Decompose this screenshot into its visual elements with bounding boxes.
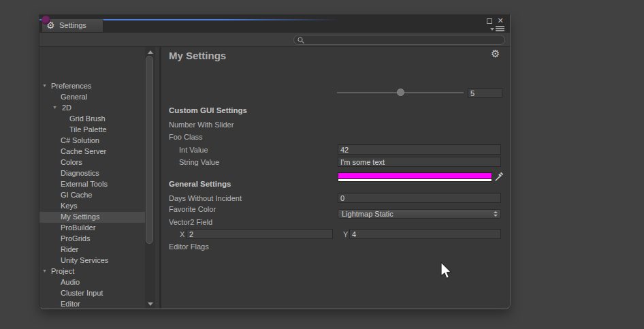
favorite-color-label: Favorite Color xyxy=(169,205,216,213)
sidebar-item-audio[interactable]: Audio xyxy=(39,277,145,288)
preferences-badge-icon xyxy=(42,16,50,25)
int-value-field[interactable] xyxy=(338,144,501,155)
caret-down-icon xyxy=(490,28,494,31)
vector2-y-field[interactable] xyxy=(349,229,501,239)
tab-settings[interactable]: ⚙ Settings xyxy=(42,19,103,33)
sidebar-item-rider[interactable]: Rider xyxy=(39,245,145,255)
sidebar-item-gi-cache[interactable]: GI Cache xyxy=(39,190,145,201)
sidebar-item-editor[interactable]: Editor xyxy=(39,299,145,309)
expand-triangle-icon[interactable]: ▼ xyxy=(42,83,47,88)
section-general-settings: General Settings xyxy=(169,180,231,188)
sidebar-item-csharp-solution[interactable]: C# Solution xyxy=(39,136,145,146)
scroll-down-icon[interactable] xyxy=(148,302,153,306)
days-label: Days Without Incident xyxy=(169,194,242,202)
scroll-up-icon[interactable] xyxy=(148,50,153,54)
days-field[interactable] xyxy=(338,193,501,203)
sidebar-item-grid-brush[interactable]: Grid Brush xyxy=(39,114,145,125)
sidebar-item-preferences[interactable]: ▼ Preferences xyxy=(39,81,145,92)
title-bar[interactable]: ⚙ Settings ✕ xyxy=(39,15,510,33)
settings-tree: ▼ Preferences General ▼ 2D Grid Brush Ti… xyxy=(39,47,159,309)
gear-icon[interactable]: ⚙ xyxy=(491,48,500,60)
vector2-x-label: X xyxy=(180,230,184,238)
sidebar-item-2d[interactable]: ▼ 2D xyxy=(39,103,145,114)
string-value-field[interactable] xyxy=(338,157,501,167)
desktop: { "window": { "tab_title": "Settings", "… xyxy=(0,0,644,329)
hamburger-icon xyxy=(496,26,504,32)
sidebar-item-cache-server[interactable]: Cache Server xyxy=(39,146,145,157)
expand-triangle-icon[interactable]: ▼ xyxy=(42,268,47,273)
sidebar-scrollbar[interactable] xyxy=(145,47,155,309)
vector2-label: Vector2 Field xyxy=(169,218,212,226)
editor-flags-dropdown[interactable]: Lightmap Static xyxy=(338,209,501,219)
dropdown-arrows-icon xyxy=(494,211,498,217)
maximize-icon[interactable] xyxy=(487,18,492,24)
scrollbar-thumb[interactable] xyxy=(146,56,153,244)
search-bar[interactable] xyxy=(293,35,505,45)
sidebar-item-keys[interactable]: Keys xyxy=(39,201,145,212)
expand-triangle-icon[interactable]: ▼ xyxy=(52,105,57,110)
vector2-x-field[interactable] xyxy=(187,229,333,239)
close-icon[interactable]: ✕ xyxy=(496,16,505,25)
color-swatch-alpha-bar xyxy=(338,178,492,181)
sidebar-item-external-tools[interactable]: External Tools xyxy=(39,179,145,190)
sidebar-item-my-settings[interactable]: My Settings xyxy=(39,212,145,223)
search-input[interactable] xyxy=(306,35,500,44)
dropdown-selected-value: Lightmap Static xyxy=(342,210,393,218)
number-slider-knob[interactable] xyxy=(397,89,404,96)
sidebar-item-tile-palette[interactable]: Tile Palette xyxy=(39,125,145,136)
settings-panel: My Settings ⚙ Custom GUI Settings Number… xyxy=(161,47,510,309)
slider-label: Number With Slider xyxy=(169,121,234,129)
toolbar xyxy=(39,33,510,47)
slider-value-field[interactable] xyxy=(468,88,502,98)
sidebar-item-colors[interactable]: Colors xyxy=(39,157,145,168)
sidebar-item-cluster-input[interactable]: Cluster Input xyxy=(39,288,145,299)
tab-title: Settings xyxy=(59,21,86,29)
search-icon xyxy=(297,37,305,44)
sidebar-item-unity-services[interactable]: Unity Services xyxy=(39,255,145,266)
color-field[interactable] xyxy=(338,172,492,182)
int-value-label: Int Value xyxy=(179,146,208,154)
sidebar-item-probuilder[interactable]: ProBuilder xyxy=(39,223,145,234)
sidebar-item-diagnostics[interactable]: Diagnostics xyxy=(39,168,145,179)
editor-flags-label: Editor Flags xyxy=(169,242,209,251)
sidebar-item-general[interactable]: General xyxy=(39,92,145,103)
window-menu-icon[interactable] xyxy=(490,26,505,32)
foo-class-label: Foo Class xyxy=(169,133,203,141)
sidebar-item-progrids[interactable]: ProGrids xyxy=(39,234,145,245)
section-custom-gui-settings: Custom GUI Settings xyxy=(169,106,247,114)
settings-window: ⚙ Settings ✕ ▼ Preferences General ▼ xyxy=(39,14,511,309)
sidebar-item-project[interactable]: ▼ Project xyxy=(39,266,145,277)
page-title: My Settings xyxy=(169,50,226,61)
eyedropper-icon[interactable] xyxy=(494,172,504,181)
string-value-label: String Value xyxy=(179,158,219,166)
vector2-y-label: Y xyxy=(343,230,348,238)
